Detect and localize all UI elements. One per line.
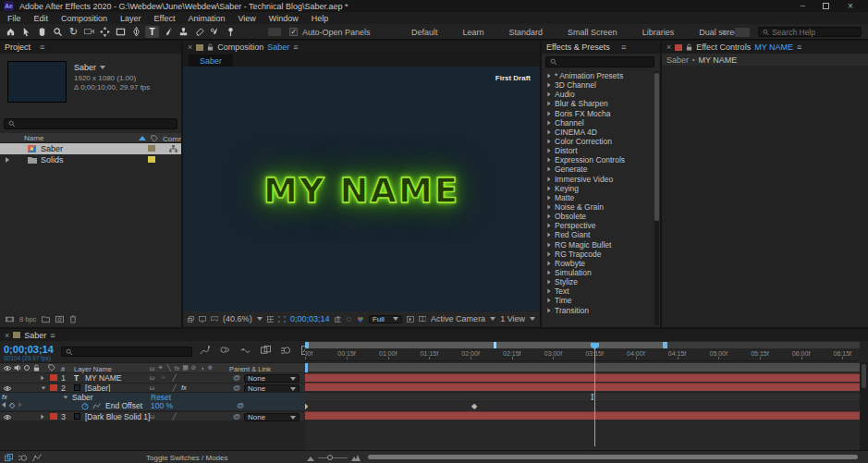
composition-tab-label[interactable]: Composition — [217, 43, 263, 52]
effect-category[interactable]: Text — [542, 286, 654, 296]
panel-menu-icon[interactable]: ≡ — [50, 331, 55, 340]
workspace-overflow-icon[interactable]: » — [722, 27, 727, 37]
navigator-range[interactable] — [305, 342, 666, 348]
effect-category[interactable]: * Animation Presets — [542, 71, 654, 80]
panel-menu-icon[interactable]: ≡ — [293, 43, 298, 52]
saber-text-layer[interactable]: MY NAME — [183, 171, 540, 211]
auto-open-panels-checkbox[interactable]: ✓ — [289, 28, 298, 36]
parent-select[interactable]: None — [244, 413, 300, 421]
brush-tool-icon[interactable] — [161, 26, 175, 38]
property-value[interactable]: 100 % — [151, 401, 173, 410]
close-panel-icon[interactable]: × — [5, 331, 9, 340]
shy-switch[interactable]: ω — [148, 374, 156, 381]
expander-icon[interactable] — [547, 261, 550, 265]
motion-blur-toggle-icon[interactable] — [18, 454, 28, 462]
project-row-solids[interactable]: Solids — [0, 154, 181, 165]
keyframe-icon[interactable]: ◆ — [471, 402, 477, 410]
menu-item[interactable]: Animation — [181, 14, 231, 23]
pickwhip-icon[interactable]: @ — [233, 373, 240, 382]
shy-icon[interactable]: ω — [148, 365, 156, 372]
menu-item[interactable]: Edit — [28, 14, 55, 23]
scrollbar-thumb[interactable] — [654, 73, 659, 221]
new-composition-icon[interactable] — [55, 315, 64, 323]
layer-row-my-name[interactable]: 1 T MY NAME ω ☀ ╱ @ None — [0, 373, 305, 383]
eye-icon[interactable] — [3, 385, 12, 392]
effect-category[interactable]: Perspective — [542, 221, 654, 230]
shy-switch[interactable]: ω — [148, 384, 156, 391]
zoom-slider-knob[interactable] — [327, 455, 333, 460]
comment-column-header[interactable]: Comme — [163, 135, 181, 143]
zoom-level[interactable]: (40.6%) — [223, 314, 252, 323]
maximize-button[interactable] — [823, 3, 829, 9]
workspace-tab[interactable]: Default — [411, 28, 438, 37]
project-tab-label[interactable]: Project — [5, 43, 31, 52]
snapshot-camera-icon[interactable] — [335, 315, 342, 323]
effect-category[interactable]: Distort — [542, 146, 654, 155]
pickwhip-icon[interactable]: @ — [233, 384, 240, 392]
graph-icon[interactable] — [92, 403, 101, 409]
prev-keyframe-icon[interactable] — [2, 402, 6, 408]
label-column-icon[interactable] — [151, 135, 158, 142]
quality-switch[interactable]: ╱ — [170, 413, 178, 420]
timeline-hscrollbar[interactable] — [368, 455, 858, 459]
work-area-bar[interactable] — [305, 362, 860, 372]
view-count-select[interactable]: 1 View — [500, 314, 525, 323]
expander-icon[interactable] — [547, 83, 550, 88]
number-column-header[interactable]: # — [61, 365, 65, 373]
help-search-input[interactable] — [772, 28, 857, 37]
video-column-icon[interactable] — [3, 365, 12, 372]
puppet-pin-tool-icon[interactable] — [224, 26, 238, 38]
scrollbar-thumb[interactable] — [862, 364, 866, 388]
camera-chevron-icon[interactable] — [490, 317, 495, 321]
collapse-expander-icon[interactable] — [42, 386, 46, 389]
new-folder-icon[interactable] — [42, 315, 50, 323]
playhead-line[interactable] — [594, 343, 595, 446]
monitor-icon[interactable] — [199, 315, 206, 323]
timeline-search[interactable] — [61, 347, 192, 357]
effect-controls-tab-name[interactable]: MY NAME — [754, 43, 793, 52]
effect-category[interactable]: Noise & Grain — [542, 202, 654, 212]
channels-icon[interactable] — [357, 315, 364, 323]
rotate-tool-icon[interactable]: ↻ — [67, 26, 80, 38]
effect-category[interactable]: Channel — [542, 118, 654, 128]
interpret-footage-icon[interactable] — [6, 315, 14, 323]
sort-ascending-icon[interactable] — [139, 136, 146, 140]
pickwhip-icon[interactable]: @ — [233, 412, 240, 420]
effect-row-saber[interactable]: fx Saber Reset — [0, 392, 305, 401]
zoom-out-mountain-icon[interactable] — [307, 456, 314, 461]
expander-icon[interactable] — [547, 92, 550, 97]
expander-icon[interactable] — [547, 140, 550, 144]
3d-layer-icon[interactable]: ⊕ — [206, 364, 214, 372]
close-panel-icon[interactable]: × — [188, 43, 192, 52]
effect-category[interactable]: Red Giant — [542, 230, 654, 239]
effect-category[interactable]: Keying — [542, 184, 654, 193]
panel-menu-icon[interactable]: ≡ — [621, 43, 626, 52]
layer-bar-solid[interactable] — [305, 411, 860, 420]
keyframe-icon[interactable]: ◆ — [305, 402, 308, 410]
expander-icon[interactable] — [547, 158, 550, 163]
frame-blending-icon[interactable] — [261, 346, 271, 355]
collapse-icon[interactable]: ☀ — [156, 364, 165, 372]
expander-icon[interactable] — [547, 308, 550, 312]
next-keyframe-icon[interactable] — [18, 402, 22, 408]
label-color-chip[interactable] — [148, 156, 155, 163]
quality-switch[interactable]: ╱ — [170, 384, 178, 392]
effect-category[interactable]: Time — [542, 296, 654, 305]
effect-category[interactable]: Boris FX Mocha — [542, 109, 654, 118]
property-row-end-offset[interactable]: ◇ End Offset 100 % @ — [0, 401, 305, 410]
audio-column-icon[interactable] — [14, 364, 21, 372]
close-panel-icon[interactable]: × — [666, 43, 671, 52]
region-of-interest-icon[interactable] — [278, 315, 286, 323]
effect-category[interactable]: Color Correction — [542, 137, 654, 146]
roto-brush-tool-icon[interactable] — [208, 26, 222, 38]
always-preview-icon[interactable] — [188, 315, 194, 323]
expander-icon[interactable] — [547, 251, 550, 256]
expander-icon[interactable] — [547, 177, 550, 181]
timeline-zoom-slider[interactable] — [318, 457, 348, 458]
workspace-tab[interactable]: Small Screen — [568, 28, 617, 37]
effect-category[interactable]: Expression Controls — [542, 155, 654, 164]
parent-link-column-header[interactable]: Parent & Link — [229, 365, 271, 373]
quality-icon[interactable]: ╲ — [165, 364, 173, 372]
layer-color-chip[interactable] — [50, 413, 57, 420]
effect-category[interactable]: Obsolete — [542, 212, 654, 221]
